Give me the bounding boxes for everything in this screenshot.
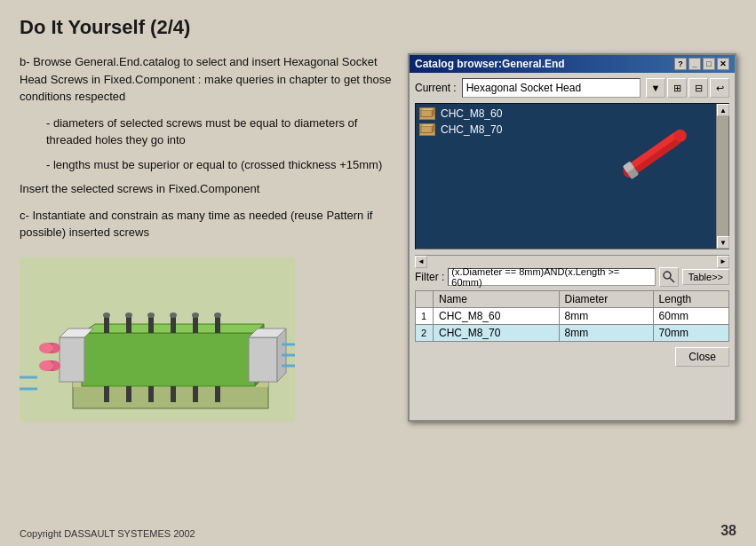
dialog-body: Current : Hexagonal Socket Head ▼ ⊞ ⊟ ↩ bbox=[410, 73, 735, 372]
col-num bbox=[416, 291, 434, 308]
catalog-item-1[interactable]: CHC_M8_60 bbox=[419, 107, 725, 120]
bullet-2: - lengths must be superior or equal to (… bbox=[46, 156, 394, 174]
svg-rect-6 bbox=[60, 337, 84, 382]
svg-rect-3 bbox=[82, 333, 255, 386]
help-button[interactable]: ? bbox=[674, 58, 687, 70]
close-btn-row: Close bbox=[415, 347, 729, 367]
current-input[interactable]: Hexagonal Socket Head bbox=[462, 78, 641, 98]
item-label-2: CHC_M8_70 bbox=[441, 123, 502, 136]
filter-row: Filter : (x.Diameter == 8mm)AND(x.Length… bbox=[415, 267, 729, 287]
table-button[interactable]: Table>> bbox=[682, 269, 729, 285]
screw-preview bbox=[613, 122, 702, 195]
scroll-track[interactable] bbox=[717, 116, 728, 236]
catalog-preview: CHC_M8_60 CHC_M8_70 bbox=[415, 103, 729, 249]
illustration-svg bbox=[20, 257, 295, 422]
current-label: Current : bbox=[415, 82, 457, 94]
footer: Copyright DASSAULT SYSTEMES 2002 38 bbox=[20, 523, 736, 539]
svg-rect-48 bbox=[421, 126, 432, 132]
dropdown-btn[interactable]: ▼ bbox=[646, 78, 665, 98]
row-2-num: 2 bbox=[416, 325, 434, 342]
row-1-name: CHC_M8_60 bbox=[434, 308, 560, 325]
catalog-dialog: Catalog browser:General.End ? _ □ ✕ Curr… bbox=[408, 53, 736, 422]
row-1-length: 60mm bbox=[653, 308, 728, 325]
svg-rect-39 bbox=[104, 386, 109, 402]
titlebar-buttons: ? _ □ ✕ bbox=[674, 58, 729, 70]
item-icon-1 bbox=[419, 107, 435, 120]
scrollbar-right: ▲ ▼ bbox=[716, 104, 728, 249]
svg-point-36 bbox=[192, 313, 199, 318]
scroll-left[interactable]: ◄ bbox=[415, 256, 427, 268]
dialog-title: Catalog browser:General.End bbox=[415, 58, 565, 70]
row-1-diameter: 8mm bbox=[559, 308, 653, 325]
svg-point-57 bbox=[664, 272, 671, 279]
page-title: Do It Yourself (2/4) bbox=[20, 16, 736, 39]
page-container: Do It Yourself (2/4) b- Browse General.E… bbox=[0, 0, 756, 546]
nav-btn-3[interactable]: ↩ bbox=[710, 78, 729, 98]
dialog-titlebar: Catalog browser:General.End ? _ □ ✕ bbox=[410, 55, 735, 73]
current-row: Current : Hexagonal Socket Head ▼ ⊞ ⊟ ↩ bbox=[415, 78, 729, 98]
svg-point-30 bbox=[125, 313, 132, 318]
page-number: 38 bbox=[720, 523, 736, 539]
svg-rect-42 bbox=[171, 386, 176, 402]
filter-search-btn[interactable] bbox=[659, 267, 679, 287]
svg-point-28 bbox=[103, 313, 110, 318]
svg-rect-52 bbox=[625, 131, 680, 171]
bottom-text: c- Instantiate and constrain as many tim… bbox=[20, 207, 394, 241]
svg-point-13 bbox=[39, 343, 53, 353]
row-1-num: 1 bbox=[416, 308, 434, 325]
col-length: Length bbox=[653, 291, 728, 308]
results-table: Name Diameter Length 1 CHC_M8_60 8mm 60m… bbox=[415, 290, 729, 342]
scroll-right[interactable]: ► bbox=[717, 256, 729, 268]
close-x-button[interactable]: ✕ bbox=[717, 58, 729, 70]
table-body: 1 CHC_M8_60 8mm 60mm 2 CHC_M8_70 8mm 70m… bbox=[416, 308, 729, 342]
item-label-1: CHC_M8_60 bbox=[441, 107, 502, 120]
maximize-button[interactable]: □ bbox=[703, 58, 715, 70]
bullet-1: - diameters of selected screws must be e… bbox=[46, 115, 394, 149]
main-text: b- Browse General.End.catalog to select … bbox=[20, 53, 394, 106]
row-2-name: CHC_M8_70 bbox=[434, 325, 560, 342]
scrollbar-bottom: ◄ ► bbox=[415, 255, 729, 267]
svg-rect-44 bbox=[215, 386, 220, 402]
illustration-container bbox=[20, 257, 295, 422]
close-button[interactable]: Close bbox=[675, 347, 729, 367]
filter-label: Filter : bbox=[415, 271, 444, 283]
item-icon-2 bbox=[419, 123, 435, 136]
search-icon bbox=[662, 270, 676, 284]
svg-rect-45 bbox=[421, 110, 432, 116]
svg-rect-40 bbox=[126, 386, 131, 402]
content-area: b- Browse General.End.catalog to select … bbox=[20, 53, 736, 422]
table-row[interactable]: 1 CHC_M8_60 8mm 60mm bbox=[416, 308, 729, 325]
row-2-diameter: 8mm bbox=[559, 325, 653, 342]
copyright: Copyright DASSAULT SYSTEMES 2002 bbox=[20, 528, 195, 539]
scroll-up[interactable]: ▲ bbox=[717, 104, 729, 116]
svg-rect-41 bbox=[148, 386, 154, 402]
minimize-button[interactable]: _ bbox=[688, 58, 701, 70]
svg-point-32 bbox=[147, 313, 155, 318]
svg-point-34 bbox=[170, 313, 177, 318]
nav-btn-1[interactable]: ⊞ bbox=[667, 78, 687, 98]
scroll-down[interactable]: ▼ bbox=[717, 236, 729, 249]
svg-point-38 bbox=[214, 313, 221, 318]
svg-point-16 bbox=[39, 360, 53, 371]
col-name: Name bbox=[434, 291, 560, 308]
col-diameter: Diameter bbox=[559, 291, 653, 308]
svg-rect-8 bbox=[249, 337, 277, 382]
row-2-length: 70mm bbox=[653, 325, 728, 342]
filter-input[interactable]: (x.Diameter == 8mm)AND(x.Length >= 60mm) bbox=[448, 268, 656, 286]
svg-line-58 bbox=[670, 278, 674, 282]
current-icons: ▼ ⊞ ⊟ ↩ bbox=[646, 78, 729, 98]
left-panel: b- Browse General.End.catalog to select … bbox=[20, 53, 394, 422]
table-row[interactable]: 2 CHC_M8_70 8mm 70mm bbox=[416, 325, 729, 342]
insert-text: Insert the selected screws in Fixed.Comp… bbox=[20, 180, 394, 198]
nav-btn-2[interactable]: ⊟ bbox=[688, 78, 708, 98]
svg-rect-43 bbox=[193, 386, 198, 402]
table-header: Name Diameter Length bbox=[416, 291, 729, 308]
